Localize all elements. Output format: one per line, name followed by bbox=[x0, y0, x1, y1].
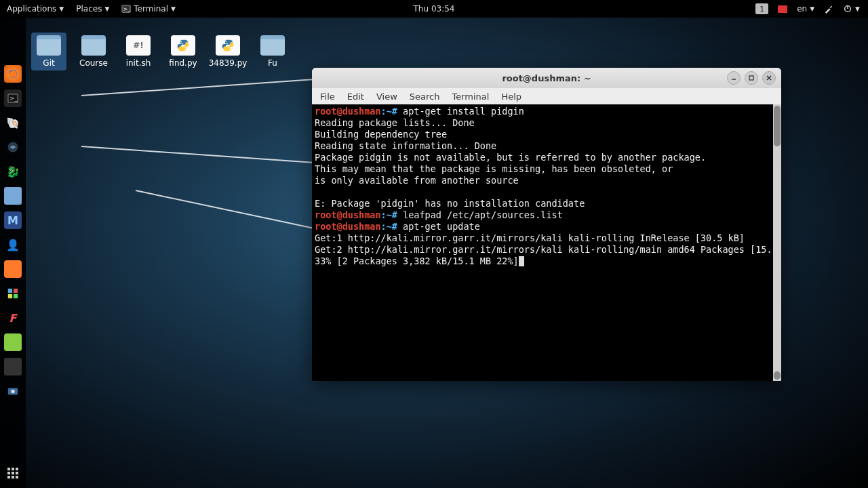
term-line: is only available from another source bbox=[315, 175, 519, 186]
python-file-icon bbox=[216, 35, 240, 56]
menu-help[interactable]: Help bbox=[501, 92, 521, 102]
menu-search[interactable]: Search bbox=[410, 92, 440, 102]
caret-down-icon: ▼ bbox=[855, 5, 860, 12]
workspace-indicator[interactable]: 1 bbox=[755, 3, 768, 14]
svg-rect-19 bbox=[749, 76, 753, 80]
prompt-path: :~# bbox=[381, 209, 397, 220]
clock[interactable]: Thu 03:54 bbox=[414, 4, 455, 14]
caret-down-icon: ▼ bbox=[810, 5, 814, 12]
menu-view[interactable]: View bbox=[376, 92, 397, 102]
menu-edit[interactable]: Edit bbox=[347, 92, 364, 102]
terminal-icon: >_ bbox=[121, 4, 131, 14]
lang-label: en bbox=[797, 4, 807, 14]
terminal-window[interactable]: root@dushman: ~ File Edit View Search Te… bbox=[312, 68, 781, 381]
desktop-icon-34839-py[interactable]: 34839.py bbox=[210, 33, 245, 70]
maximize-button[interactable] bbox=[745, 71, 758, 85]
svg-point-14 bbox=[180, 41, 182, 43]
close-button[interactable] bbox=[762, 71, 776, 85]
svg-rect-8 bbox=[8, 289, 12, 293]
keyboard-layout-menu[interactable]: en ▼ bbox=[797, 4, 814, 14]
scrollbar-thumb[interactable] bbox=[774, 106, 781, 146]
dock-app-icon[interactable] bbox=[4, 333, 22, 351]
dock-app-icon[interactable]: 🐚 bbox=[4, 114, 22, 131]
desktop-icon-label: find.py bbox=[169, 58, 197, 68]
dock-app-icon[interactable] bbox=[4, 285, 22, 302]
active-app-menu[interactable]: >_ Terminal ▼ bbox=[121, 4, 176, 14]
desktop-icon-git[interactable]: Git bbox=[31, 33, 66, 70]
desktop-icon-course[interactable]: Course bbox=[76, 33, 111, 70]
term-line: Get:1 http://kali.mirror.garr.it/mirrors… bbox=[315, 232, 745, 243]
term-line: This may mean that the package is missin… bbox=[315, 163, 673, 174]
minimize-icon bbox=[730, 75, 737, 81]
top-panel: Applications ▼ Places ▼ >_ Terminal ▼ Th… bbox=[0, 0, 868, 18]
desktop-icon-label: init.sh bbox=[126, 58, 151, 68]
terminal-scrollbar[interactable] bbox=[773, 104, 781, 381]
dock-screenshot-icon[interactable] bbox=[4, 382, 22, 400]
prompt-user: root@dushman bbox=[315, 106, 381, 117]
terminal-title: root@dushman: ~ bbox=[502, 73, 591, 83]
python-file-icon bbox=[171, 35, 195, 56]
menu-terminal[interactable]: Terminal bbox=[452, 92, 489, 102]
svg-text:>_: >_ bbox=[9, 95, 18, 102]
scrollbar-thumb[interactable] bbox=[774, 371, 781, 380]
svg-point-16 bbox=[225, 41, 226, 43]
places-label: Places bbox=[76, 4, 102, 14]
svg-point-13 bbox=[11, 390, 14, 393]
caret-down-icon: ▼ bbox=[104, 5, 109, 12]
record-indicator-icon[interactable] bbox=[778, 5, 787, 13]
prompt-user: root@dushman bbox=[315, 209, 381, 220]
terminal-output[interactable]: root@dushman:~# apt-get install pidgin R… bbox=[312, 104, 781, 381]
caret-down-icon: ▼ bbox=[59, 5, 64, 12]
term-line: apt-get install pidgin bbox=[397, 106, 524, 117]
desktop-icon-fu[interactable]: Fu bbox=[255, 33, 290, 70]
shell-file-icon: #! bbox=[126, 35, 151, 56]
dock-faraday-icon[interactable]: F bbox=[4, 309, 22, 327]
term-line: leafpad /etc/apt/sources.list bbox=[397, 209, 563, 220]
show-applications-button[interactable] bbox=[7, 468, 18, 479]
svg-rect-9 bbox=[14, 289, 18, 293]
dock-metasploit-icon[interactable]: M bbox=[4, 211, 22, 229]
workspace-number: 1 bbox=[760, 5, 764, 14]
close-icon bbox=[766, 75, 772, 81]
wallpaper-streak bbox=[81, 146, 332, 165]
desktop-icon-init-sh[interactable]: #! init.sh bbox=[121, 33, 156, 70]
desktop-icon-label: Fu bbox=[268, 58, 277, 68]
wallpaper-streak bbox=[136, 190, 328, 232]
dock-app-icon[interactable]: 👤 bbox=[4, 236, 22, 253]
desktop-icon-find-py[interactable]: find.py bbox=[165, 33, 201, 70]
dock-burp-icon[interactable] bbox=[4, 260, 22, 278]
desktop-icon-label: Course bbox=[79, 58, 108, 68]
places-menu[interactable]: Places ▼ bbox=[76, 4, 109, 14]
dock-files-icon[interactable] bbox=[4, 187, 22, 205]
dock-app-icon[interactable]: 🐉 bbox=[4, 163, 22, 180]
cursor-block-icon bbox=[519, 256, 524, 266]
desktop-icon-label: 34839.py bbox=[209, 58, 248, 68]
clock-label: Thu 03:54 bbox=[414, 4, 455, 14]
dock-app-icon[interactable] bbox=[4, 138, 22, 156]
active-app-label: Terminal bbox=[134, 4, 168, 14]
applications-menu[interactable]: Applications ▼ bbox=[7, 4, 64, 14]
color-picker-icon[interactable] bbox=[824, 4, 833, 14]
terminal-titlebar[interactable]: root@dushman: ~ bbox=[312, 68, 781, 88]
minimize-button[interactable] bbox=[727, 71, 741, 85]
svg-rect-11 bbox=[14, 294, 18, 298]
menu-file[interactable]: File bbox=[320, 92, 335, 102]
svg-point-17 bbox=[229, 49, 231, 50]
folder-icon bbox=[81, 35, 106, 56]
desktop-icon-label: Git bbox=[43, 58, 54, 68]
power-menu[interactable]: ▼ bbox=[843, 4, 860, 14]
dock-app-icon[interactable] bbox=[4, 358, 22, 375]
prompt-path: :~# bbox=[381, 106, 397, 117]
term-line: Get:2 http://kali.mirror.garr.it/mirrors… bbox=[315, 244, 781, 255]
dock-firefox-icon[interactable] bbox=[4, 65, 22, 83]
power-icon bbox=[843, 4, 852, 14]
maximize-icon bbox=[748, 75, 755, 81]
svg-rect-10 bbox=[8, 294, 12, 298]
folder-icon bbox=[37, 35, 61, 56]
terminal-menubar: File Edit View Search Terminal Help bbox=[312, 88, 781, 104]
term-line: Reading state information... Done bbox=[315, 140, 496, 151]
term-line: Package pidgin is not available, but is … bbox=[315, 152, 706, 163]
svg-point-15 bbox=[184, 49, 186, 50]
dock-terminal-icon[interactable]: >_ bbox=[4, 89, 22, 107]
term-line: apt-get update bbox=[397, 221, 480, 232]
